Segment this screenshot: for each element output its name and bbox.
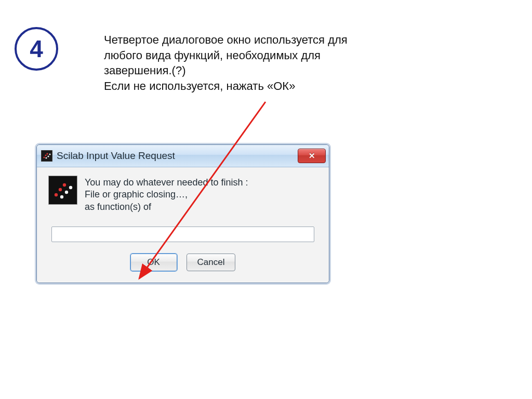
value-input[interactable] xyxy=(51,227,314,242)
explanation-text: Четвертое диалоговое окно используется д… xyxy=(104,32,395,94)
svg-rect-7 xyxy=(49,176,77,204)
app-icon xyxy=(41,150,52,162)
svg-point-5 xyxy=(47,155,49,157)
dialog-message: You may do whatever needed to finish : F… xyxy=(85,176,248,213)
step-number: 4 xyxy=(30,35,43,63)
svg-point-11 xyxy=(60,195,63,198)
dialog-titlebar[interactable]: Scilab Input Value Request ✕ xyxy=(37,145,329,167)
ok-button[interactable]: OK xyxy=(130,254,177,271)
svg-point-6 xyxy=(49,153,50,155)
step-badge: 4 xyxy=(15,27,58,71)
dialog-window: Scilab Input Value Request ✕ xyxy=(36,144,328,283)
explanation-line: любого вида функций, необходимых для xyxy=(104,48,395,63)
dialog-message-line: as function(s) of xyxy=(85,201,248,213)
cancel-button[interactable]: Cancel xyxy=(187,254,236,271)
svg-point-1 xyxy=(43,156,45,158)
explanation-line: завершения.(?) xyxy=(104,63,395,78)
dialog-info-icon xyxy=(48,176,77,205)
svg-point-3 xyxy=(46,153,48,154)
dialog-client-area: You may do whatever needed to finish : F… xyxy=(37,167,329,283)
close-button[interactable]: ✕ xyxy=(298,149,326,163)
explanation-line: Четвертое диалоговое окно используется д… xyxy=(104,32,395,48)
svg-rect-0 xyxy=(41,150,52,162)
dialog-message-line: File or graphic closing…, xyxy=(85,189,248,201)
dialog-message-line: You may do whatever needed to finish : xyxy=(85,177,248,189)
svg-point-4 xyxy=(45,157,47,158)
svg-point-12 xyxy=(65,191,68,194)
close-icon: ✕ xyxy=(309,151,315,161)
svg-point-2 xyxy=(45,154,46,156)
explanation-line: Если не используется, нажать «ОК» xyxy=(104,78,395,94)
dialog-title: Scilab Input Value Request xyxy=(57,150,298,162)
svg-point-9 xyxy=(59,188,62,191)
svg-point-8 xyxy=(55,193,58,196)
svg-point-10 xyxy=(63,183,66,187)
svg-point-13 xyxy=(69,186,72,189)
